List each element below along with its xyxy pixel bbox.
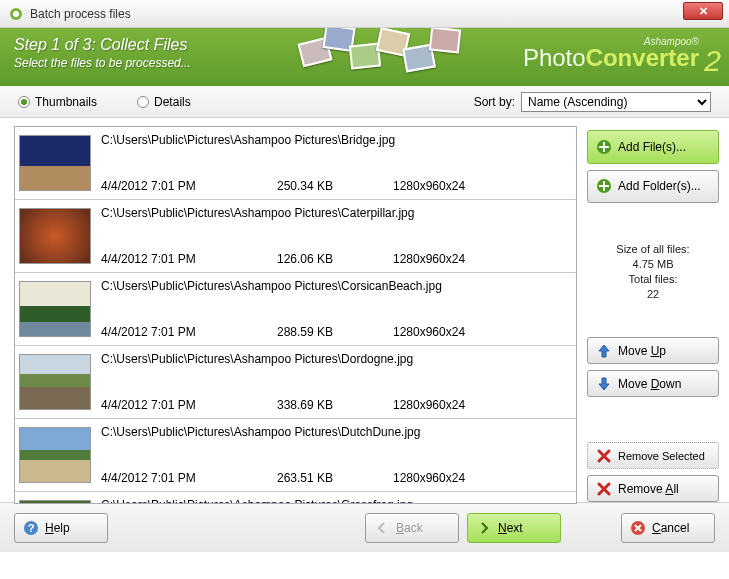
file-stats: 4/4/2012 7:01 PM126.06 KB1280x960x24: [101, 252, 572, 266]
file-list[interactable]: C:\Users\Public\Pictures\Ashampoo Pictur…: [14, 126, 577, 504]
file-dims: 1280x960x24: [393, 179, 465, 193]
file-date: 4/4/2012 7:01 PM: [101, 325, 277, 339]
file-meta: C:\Users\Public\Pictures\Ashampoo Pictur…: [101, 492, 576, 504]
plus-icon: [596, 178, 612, 194]
help-icon: ?: [23, 520, 39, 536]
file-thumbnail: [19, 500, 91, 504]
sort-by-select[interactable]: Name (Ascending): [521, 92, 711, 112]
file-path: C:\Users\Public\Pictures\Ashampoo Pictur…: [101, 279, 572, 293]
file-row[interactable]: C:\Users\Public\Pictures\Ashampoo Pictur…: [15, 419, 576, 492]
svg-rect-4: [599, 146, 609, 148]
side-panel: Add File(s)... Add Folder(s)... Size of …: [587, 126, 719, 502]
file-path: C:\Users\Public\Pictures\Ashampoo Pictur…: [101, 498, 572, 504]
svg-point-1: [13, 11, 19, 17]
file-dims: 1280x960x24: [393, 252, 465, 266]
file-thumbnail: [19, 281, 91, 337]
file-size: 338.69 KB: [277, 398, 393, 412]
file-date: 4/4/2012 7:01 PM: [101, 398, 277, 412]
arrow-right-icon: [476, 520, 492, 536]
close-icon: ✕: [699, 5, 708, 18]
file-dims: 1280x960x24: [393, 471, 465, 485]
arrow-left-icon: [374, 520, 390, 536]
main-area: C:\Users\Public\Pictures\Ashampoo Pictur…: [0, 118, 729, 502]
file-size: 263.51 KB: [277, 471, 393, 485]
file-stats: 4/4/2012 7:01 PM263.51 KB1280x960x24: [101, 471, 572, 485]
file-path: C:\Users\Public\Pictures\Ashampoo Pictur…: [101, 206, 572, 220]
help-button[interactable]: ? Help: [14, 513, 108, 543]
file-meta: C:\Users\Public\Pictures\Ashampoo Pictur…: [101, 346, 576, 418]
arrow-up-icon: [596, 343, 612, 359]
file-row[interactable]: C:\Users\Public\Pictures\Ashampoo Pictur…: [15, 127, 576, 200]
file-thumbnail: [19, 208, 91, 264]
file-dims: 1280x960x24: [393, 398, 465, 412]
arrow-down-icon: [596, 376, 612, 392]
file-path: C:\Users\Public\Pictures\Ashampoo Pictur…: [101, 133, 572, 147]
move-up-button[interactable]: Move Up: [587, 337, 719, 364]
svg-text:?: ?: [28, 522, 35, 534]
delete-icon: [596, 448, 612, 464]
file-meta: C:\Users\Public\Pictures\Ashampoo Pictur…: [101, 200, 576, 272]
file-stats: 4/4/2012 7:01 PM288.59 KB1280x960x24: [101, 325, 572, 339]
file-stats: 4/4/2012 7:01 PM250.34 KB1280x960x24: [101, 179, 572, 193]
svg-rect-7: [599, 185, 609, 187]
cancel-button[interactable]: Cancel: [621, 513, 715, 543]
move-down-button[interactable]: Move Down: [587, 370, 719, 397]
step-header: Step 1 of 3: Collect Files Select the fi…: [0, 28, 729, 86]
radio-dot-icon: [137, 96, 149, 108]
file-path: C:\Users\Public\Pictures\Ashampoo Pictur…: [101, 425, 572, 439]
sort-by-label: Sort by:: [474, 95, 515, 109]
file-path: C:\Users\Public\Pictures\Ashampoo Pictur…: [101, 352, 572, 366]
view-thumbnails-radio[interactable]: Thumbnails: [18, 95, 97, 109]
stats-block: Size of all files: 4.75 MB Total files: …: [587, 242, 719, 302]
brand-logo: Ashampoo® PhotoConverter 2: [523, 36, 699, 69]
file-thumbnail: [19, 427, 91, 483]
remove-selected-button[interactable]: Remove Selected: [587, 442, 719, 469]
file-thumbnail: [19, 354, 91, 410]
file-size: 288.59 KB: [277, 325, 393, 339]
add-files-button[interactable]: Add File(s)...: [587, 130, 719, 164]
file-dims: 1280x960x24: [393, 325, 465, 339]
view-toolbar: Thumbnails Details Sort by: Name (Ascend…: [0, 86, 729, 118]
file-date: 4/4/2012 7:01 PM: [101, 471, 277, 485]
close-button[interactable]: ✕: [683, 2, 723, 20]
file-row[interactable]: C:\Users\Public\Pictures\Ashampoo Pictur…: [15, 200, 576, 273]
back-button[interactable]: Back: [365, 513, 459, 543]
plus-icon: [596, 139, 612, 155]
view-details-radio[interactable]: Details: [137, 95, 191, 109]
footer: ? Help Back Next Cancel: [0, 502, 729, 552]
file-row[interactable]: C:\Users\Public\Pictures\Ashampoo Pictur…: [15, 492, 576, 504]
file-date: 4/4/2012 7:01 PM: [101, 179, 277, 193]
file-row[interactable]: C:\Users\Public\Pictures\Ashampoo Pictur…: [15, 346, 576, 419]
cancel-icon: [630, 520, 646, 536]
file-date: 4/4/2012 7:01 PM: [101, 252, 277, 266]
file-thumbnail: [19, 135, 91, 191]
next-button[interactable]: Next: [467, 513, 561, 543]
add-folders-button[interactable]: Add Folder(s)...: [587, 170, 719, 204]
file-meta: C:\Users\Public\Pictures\Ashampoo Pictur…: [101, 419, 576, 491]
file-size: 126.06 KB: [277, 252, 393, 266]
remove-all-button[interactable]: Remove All: [587, 475, 719, 502]
window-title: Batch process files: [30, 7, 131, 21]
delete-icon: [596, 481, 612, 497]
file-meta: C:\Users\Public\Pictures\Ashampoo Pictur…: [101, 127, 576, 199]
file-row[interactable]: C:\Users\Public\Pictures\Ashampoo Pictur…: [15, 273, 576, 346]
file-size: 250.34 KB: [277, 179, 393, 193]
radio-dot-icon: [18, 96, 30, 108]
app-icon: [8, 6, 24, 22]
titlebar: Batch process files ✕: [0, 0, 729, 28]
decorative-photos: [300, 28, 480, 86]
file-meta: C:\Users\Public\Pictures\Ashampoo Pictur…: [101, 273, 576, 345]
file-stats: 4/4/2012 7:01 PM338.69 KB1280x960x24: [101, 398, 572, 412]
